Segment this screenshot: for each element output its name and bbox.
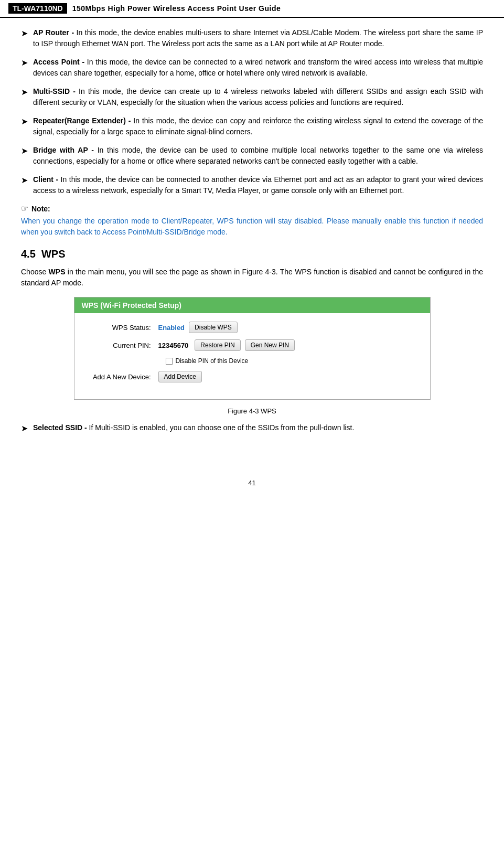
wps-bold: WPS [49, 268, 66, 276]
restore-pin-button[interactable]: Restore PIN [195, 339, 240, 351]
disable-pin-row: Disable PIN of this Device [166, 357, 420, 365]
bullet-multi-ssid-label: Multi-SSID - [33, 87, 76, 95]
bullet-access-point-label: Access Point - [33, 58, 84, 66]
bullet-repeater: ➤ Repeater(Range Extender) - In this mod… [21, 115, 483, 137]
bullet-client-label: Client - [33, 175, 58, 184]
bullet-ap-router: ➤ AP Router - In this mode, the device e… [21, 27, 483, 49]
note-label-row: ☞ Note: [21, 204, 483, 214]
wps-figure: WPS (Wi-Fi Protected Setup) WPS Status: … [74, 297, 431, 400]
page-footer: 41 [0, 479, 504, 494]
page-number: 41 [248, 479, 255, 487]
wps-enabled-text: Enabled [158, 324, 185, 332]
bullet-client: ➤ Client - In this mode, the device can … [21, 174, 483, 196]
disable-pin-checkbox[interactable] [166, 358, 173, 365]
bullet-arrow-icon: ➤ [21, 57, 28, 69]
note-label-text: Note: [31, 205, 50, 213]
wps-add-device-row: Add A New Device: Add Device [85, 371, 420, 382]
model-label: TL-WA7110ND [8, 3, 67, 14]
bullet-ap-router-text: AP Router - In this mode, the device ena… [33, 27, 483, 49]
bullet-access-point-text: Access Point - In this mode, the device … [33, 57, 483, 79]
gen-new-pin-button[interactable]: Gen New PIN [245, 339, 295, 351]
bullet-bridge-text: Bridge with AP - In this mode, the devic… [33, 145, 483, 167]
wps-pin-value: 12345670 Restore PIN Gen New PIN [158, 339, 295, 351]
bullet-arrow-icon: ➤ [21, 27, 28, 40]
wps-status-value: Enabled Disable WPS [158, 322, 238, 333]
wps-status-row: WPS Status: Enabled Disable WPS [85, 322, 420, 333]
bullet-ap-router-label: AP Router - [33, 28, 74, 37]
wps-pin-number: 12345670 [158, 342, 189, 349]
wps-status-label: WPS Status: [85, 324, 158, 332]
bullet-repeater-text: Repeater(Range Extender) - In this mode,… [33, 115, 483, 137]
section-heading-wps: 4.5 WPS [21, 248, 483, 260]
bullet-access-point: ➤ Access Point - In this mode, the devic… [21, 57, 483, 79]
page-title: 150Mbps High Power Wireless Access Point… [72, 4, 281, 13]
bullet-arrow-icon: ➤ [21, 86, 28, 99]
bullet-client-text: Client - In this mode, the device can be… [33, 174, 483, 196]
wps-add-device-value: Add Device [158, 371, 202, 382]
bullet-arrow-icon: ➤ [21, 115, 28, 128]
wps-add-device-label: Add A New Device: [85, 373, 158, 381]
bullet-arrow-icon: ➤ [21, 174, 28, 187]
bullet-selected-ssid: ➤ Selected SSID - If Multi-SSID is enabl… [21, 422, 483, 435]
wps-figure-body: WPS Status: Enabled Disable WPS Current … [74, 313, 430, 399]
bullet-multi-ssid: ➤ Multi-SSID - In this mode, the device … [21, 86, 483, 108]
figure-caption: Figure 4-3 WPS [21, 407, 483, 415]
wps-figure-header: WPS (Wi-Fi Protected Setup) [74, 297, 430, 313]
bullet-selected-ssid-label: Selected SSID - [33, 423, 87, 432]
add-device-button[interactable]: Add Device [158, 371, 202, 382]
wps-intro-para: Choose WPS in the main menu, you will se… [21, 267, 483, 289]
bullet-bridge: ➤ Bridge with AP - In this mode, the dev… [21, 145, 483, 167]
disable-pin-label: Disable PIN of this Device [176, 357, 249, 365]
bullet-repeater-label: Repeater(Range Extender) - [33, 116, 131, 125]
note-section: ☞ Note: When you change the operation mo… [21, 204, 483, 238]
bullet-selected-ssid-text: Selected SSID - If Multi-SSID is enabled… [33, 422, 483, 433]
note-pencil-icon: ☞ [21, 204, 28, 214]
disable-wps-button[interactable]: Disable WPS [189, 322, 238, 333]
wps-pin-row: Current PIN: 12345670 Restore PIN Gen Ne… [85, 339, 420, 351]
bullet-arrow-icon: ➤ [21, 145, 28, 157]
note-body: When you change the operation mode to Cl… [21, 216, 483, 238]
bullet-bridge-label: Bridge with AP - [33, 146, 94, 154]
wps-pin-label: Current PIN: [85, 342, 158, 349]
bullet-multi-ssid-text: Multi-SSID - In this mode, the device ca… [33, 86, 483, 108]
bullet-arrow-icon: ➤ [21, 422, 28, 435]
page-header: TL-WA7110ND 150Mbps High Power Wireless … [0, 0, 504, 18]
main-content: ➤ AP Router - In this mode, the device e… [0, 18, 504, 458]
